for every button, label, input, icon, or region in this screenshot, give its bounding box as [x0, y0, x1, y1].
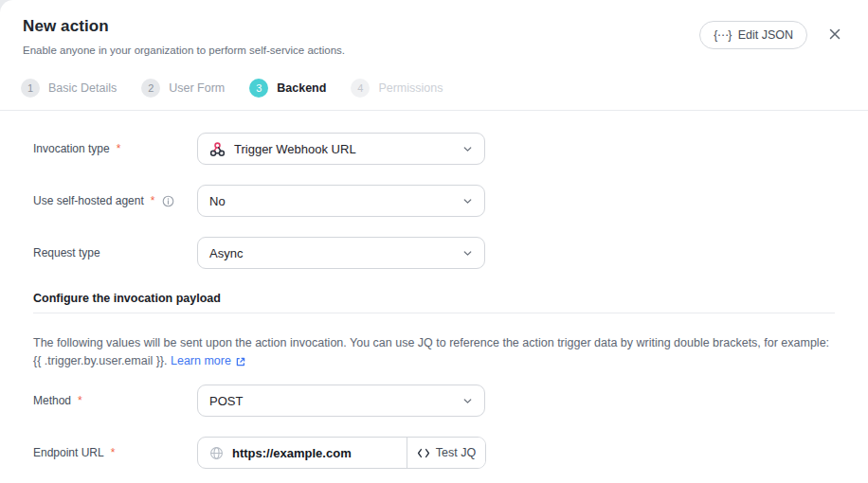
test-jq-label: Test JQ: [436, 446, 476, 459]
self-hosted-agent-row: Use self-hosted agent* No: [33, 185, 835, 217]
page-title: New action: [23, 17, 345, 36]
json-braces-icon: {⋯}: [714, 28, 732, 42]
step-permissions[interactable]: 4 Permissions: [351, 79, 443, 98]
invocation-type-select[interactable]: Trigger Webhook URL: [197, 133, 485, 165]
webhook-icon: [209, 141, 226, 157]
external-link-icon: [235, 356, 246, 367]
invocation-type-row: Invocation type* Trigger Webhook URL: [33, 133, 835, 165]
close-icon[interactable]: [824, 24, 845, 46]
invocation-type-value: Trigger Webhook URL: [234, 142, 454, 156]
method-row: Method* POST: [33, 385, 835, 417]
method-value: POST: [209, 394, 454, 408]
header-actions: {⋯} Edit JSON: [699, 21, 845, 49]
endpoint-url-row: Endpoint URL*: [33, 437, 835, 469]
payload-section-heading: Configure the invocation payload: [33, 292, 835, 305]
chevron-down-icon: [462, 144, 473, 154]
edit-json-button[interactable]: {⋯} Edit JSON: [699, 21, 807, 49]
page-subtitle: Enable anyone in your organization to pe…: [23, 45, 345, 56]
test-jq-button[interactable]: Test JQ: [407, 438, 485, 468]
invocation-type-label: Invocation type: [33, 142, 110, 155]
step-number: 2: [141, 79, 160, 98]
modal-header: New action Enable anyone in your organiz…: [0, 0, 868, 56]
required-asterisk: *: [78, 394, 82, 407]
self-hosted-agent-value: No: [209, 194, 454, 208]
request-type-value: Async: [209, 246, 454, 260]
backend-form: Invocation type* Trigger Webhook URL: [0, 133, 868, 469]
request-type-label: Request type: [33, 246, 100, 259]
step-number: 1: [21, 79, 40, 98]
self-hosted-agent-select[interactable]: No: [197, 185, 485, 217]
method-label: Method: [33, 394, 71, 407]
request-type-select[interactable]: Async: [197, 237, 485, 269]
endpoint-url-label: Endpoint URL: [33, 446, 104, 459]
step-backend[interactable]: 3 Backend: [249, 79, 326, 98]
learn-more-link[interactable]: Learn more: [171, 352, 246, 370]
globe-icon: [209, 446, 224, 460]
step-user-form[interactable]: 2 User Form: [141, 79, 225, 98]
step-basic-details[interactable]: 1 Basic Details: [21, 79, 117, 98]
required-asterisk: *: [151, 194, 155, 207]
step-label: User Form: [169, 81, 225, 95]
endpoint-url-input[interactable]: [232, 446, 395, 460]
chevron-down-icon: [462, 196, 473, 206]
chevron-down-icon: [462, 396, 473, 406]
self-hosted-agent-label: Use self-hosted agent: [33, 194, 144, 207]
payload-description-text: The following values will be sent upon t…: [33, 336, 829, 367]
step-number: 3: [249, 79, 268, 98]
required-asterisk: *: [111, 446, 116, 459]
code-brackets-icon: [417, 448, 430, 458]
header-divider: [0, 110, 868, 111]
chevron-down-icon: [462, 248, 473, 259]
step-label: Permissions: [378, 81, 443, 95]
step-label: Backend: [277, 81, 326, 95]
header-text: New action Enable anyone in your organiz…: [23, 17, 345, 56]
method-select[interactable]: POST: [197, 385, 485, 417]
required-asterisk: *: [117, 142, 121, 155]
info-icon[interactable]: [162, 195, 174, 207]
step-label: Basic Details: [48, 81, 117, 95]
new-action-modal: New action Enable anyone in your organiz…: [0, 0, 868, 483]
wizard-stepper: 1 Basic Details 2 User Form 3 Backend 4 …: [0, 56, 868, 98]
payload-description: The following values will be sent upon t…: [33, 334, 835, 370]
endpoint-url-group: Test JQ: [197, 437, 486, 469]
step-number: 4: [351, 79, 370, 98]
edit-json-label: Edit JSON: [738, 28, 793, 42]
request-type-row: Request type Async: [33, 237, 835, 269]
payload-section-divider: [33, 313, 835, 313]
